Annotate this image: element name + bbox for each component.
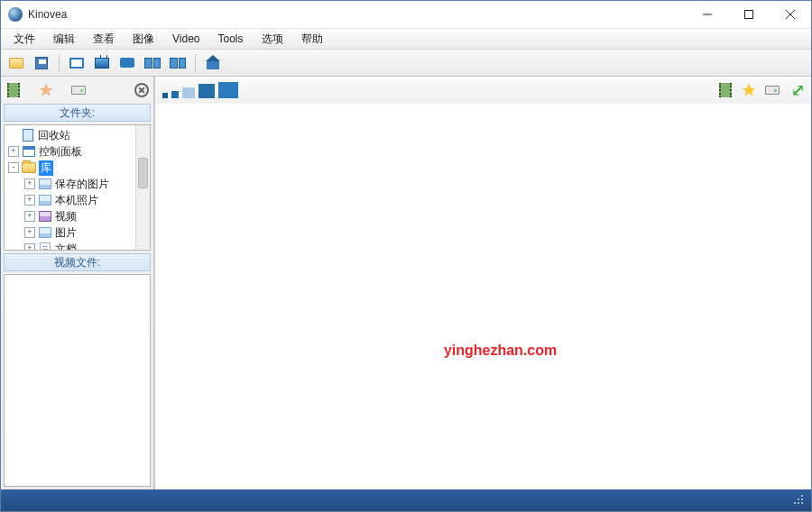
star-icon: ★ <box>39 84 53 96</box>
menu-image[interactable]: 图像 <box>124 29 163 50</box>
toolbar <box>1 50 811 77</box>
tree-label: 回收站 <box>38 128 70 143</box>
folder-icon <box>22 162 36 173</box>
explorer-pane: ★ 文件夹: 回收站+控制面板-库+保存的图片+本机照片+视频+图片+文档 视频… <box>1 77 154 489</box>
vid-icon <box>39 211 51 222</box>
window-title: Kinovea <box>28 8 687 21</box>
size-step-icon <box>162 93 168 98</box>
tree-node[interactable]: +保存的图片 <box>6 176 148 192</box>
tree-node[interactable]: +文档 <box>6 241 148 251</box>
app-window: Kinovea 文件 编辑 查看 图像 Video Tools 选项 帮助 <box>0 0 812 512</box>
star-icon: ★ <box>742 84 756 96</box>
thumbnail-size-slider[interactable] <box>162 82 238 98</box>
tree-node[interactable]: +图片 <box>6 224 148 241</box>
menu-tools[interactable]: Tools <box>208 30 252 48</box>
app-icon <box>8 7 23 22</box>
tree-label: 图片 <box>55 225 77 241</box>
dual-playback-icon <box>170 58 186 69</box>
tab-cameras[interactable] <box>70 82 87 98</box>
tree-expander[interactable]: - <box>8 162 19 173</box>
svg-rect-1 <box>745 11 753 19</box>
view-files-button[interactable] <box>717 82 734 98</box>
tree-node[interactable]: +视频 <box>6 208 148 224</box>
tree-expander[interactable]: + <box>24 243 35 251</box>
tree-node[interactable]: -库 <box>6 160 148 176</box>
tv-button[interactable] <box>92 53 112 73</box>
panel-icon <box>23 146 35 157</box>
camera-button[interactable] <box>117 53 137 73</box>
menu-video[interactable]: Video <box>163 30 208 48</box>
tree-node[interactable]: +控制面板 <box>6 143 148 160</box>
close-button[interactable] <box>770 1 811 28</box>
scroll-thumb[interactable] <box>138 158 148 188</box>
bin-icon <box>23 129 33 142</box>
film-icon <box>719 83 732 97</box>
workspace-pane: ★ ⤢ yinghezhan.com <box>154 77 811 489</box>
menu-options[interactable]: 选项 <box>253 29 292 50</box>
folder-tree[interactable]: 回收站+控制面板-库+保存的图片+本机照片+视频+图片+文档 <box>4 124 151 251</box>
menubar: 文件 编辑 查看 图像 Video Tools 选项 帮助 <box>1 28 811 50</box>
home-icon <box>207 57 219 69</box>
explorer-tabs: ★ <box>4 79 151 101</box>
img-icon <box>39 227 51 238</box>
videos-header: 视频文件: <box>4 253 151 271</box>
drive-icon <box>71 86 86 95</box>
size-step-icon <box>182 87 195 98</box>
expand-icon: ⤢ <box>791 80 801 100</box>
size-step-icon <box>218 82 238 98</box>
dual-playback-button[interactable] <box>168 53 188 73</box>
body: ★ 文件夹: 回收站+控制面板-库+保存的图片+本机照片+视频+图片+文档 视频… <box>1 77 811 489</box>
menu-view[interactable]: 查看 <box>84 29 124 50</box>
menu-help[interactable]: 帮助 <box>292 29 332 50</box>
tree-label: 本机照片 <box>55 193 98 208</box>
folders-header: 文件夹: <box>4 104 151 122</box>
tree-expander[interactable]: + <box>24 178 35 189</box>
screen-button[interactable] <box>67 53 87 73</box>
workspace-toolbar: ★ ⤢ <box>155 77 811 104</box>
fullscreen-button[interactable]: ⤢ <box>788 82 804 98</box>
video-file-list[interactable] <box>4 274 151 487</box>
tree-expander[interactable]: + <box>24 195 35 206</box>
menu-file[interactable]: 文件 <box>5 29 44 50</box>
home-button[interactable] <box>203 53 223 73</box>
tree-scrollbar[interactable] <box>135 125 150 250</box>
toolbar-separator <box>59 54 60 72</box>
dual-screen-button[interactable] <box>143 53 162 73</box>
resize-grip[interactable] <box>793 494 806 507</box>
tree-label: 控制面板 <box>39 144 82 160</box>
tab-files[interactable] <box>5 82 22 98</box>
view-shortcuts-button[interactable]: ★ <box>741 82 757 98</box>
statusbar <box>1 489 811 511</box>
watermark-text: yinghezhan.com <box>444 343 557 359</box>
film-icon <box>7 83 20 97</box>
toolbar-separator <box>195 54 196 72</box>
dual-screen-icon <box>144 58 161 69</box>
save-button[interactable] <box>32 53 51 73</box>
tree-expander[interactable]: + <box>8 146 19 157</box>
titlebar: Kinovea <box>1 1 811 28</box>
doc-icon <box>40 242 51 251</box>
open-button[interactable] <box>6 53 26 73</box>
tv-icon <box>95 58 109 69</box>
tree-node[interactable]: +本机照片 <box>6 192 148 208</box>
screen-icon <box>69 58 84 69</box>
tab-shortcuts[interactable]: ★ <box>38 82 54 98</box>
tree-node[interactable]: 回收站 <box>6 127 148 143</box>
minimize-button[interactable] <box>687 1 728 28</box>
view-cameras-button[interactable] <box>764 82 780 98</box>
workspace-canvas[interactable]: yinghezhan.com <box>155 104 811 489</box>
tree-expander[interactable]: + <box>24 211 35 222</box>
tree-label: 文档 <box>55 242 77 251</box>
workspace-view-buttons: ★ ⤢ <box>717 82 804 98</box>
camera-icon <box>120 58 134 68</box>
save-icon <box>35 57 48 69</box>
folder-open-icon <box>9 58 23 69</box>
maximize-button[interactable] <box>728 1 770 28</box>
tree-expander[interactable]: + <box>24 227 35 238</box>
size-step-icon <box>171 91 179 98</box>
close-explorer-button[interactable] <box>134 83 149 97</box>
tree-label: 保存的图片 <box>55 177 109 192</box>
menu-edit[interactable]: 编辑 <box>44 29 84 50</box>
img-icon <box>39 195 51 206</box>
size-step-icon <box>198 84 215 98</box>
